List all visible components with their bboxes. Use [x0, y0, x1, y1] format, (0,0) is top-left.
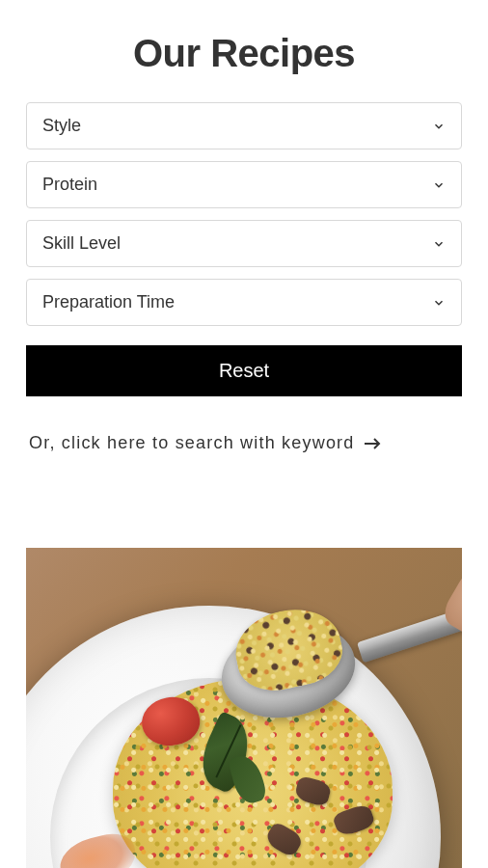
style-dropdown-label: Style	[42, 116, 81, 136]
reset-button[interactable]: Reset	[26, 345, 462, 396]
protein-dropdown-label: Protein	[42, 175, 97, 195]
chevron-down-icon	[432, 237, 446, 251]
spoon	[221, 567, 462, 741]
skill-level-dropdown-label: Skill Level	[42, 233, 121, 254]
style-dropdown[interactable]: Style	[26, 102, 462, 149]
chevron-down-icon	[432, 296, 446, 310]
skill-level-dropdown[interactable]: Skill Level	[26, 220, 462, 267]
recipe-image[interactable]	[26, 548, 462, 868]
preparation-time-dropdown[interactable]: Preparation Time	[26, 279, 462, 326]
page-title: Our Recipes	[26, 32, 462, 75]
chevron-down-icon	[432, 120, 446, 133]
protein-dropdown[interactable]: Protein	[26, 161, 462, 208]
arrow-right-icon	[365, 437, 382, 450]
chevron-down-icon	[432, 178, 446, 192]
preparation-time-dropdown-label: Preparation Time	[42, 292, 175, 312]
search-keyword-link[interactable]: Or, click here to search with keyword	[29, 433, 462, 453]
search-keyword-text: Or, click here to search with keyword	[29, 433, 355, 452]
